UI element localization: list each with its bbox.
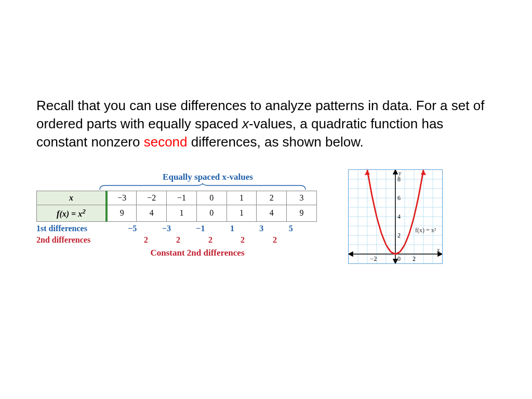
diff-val: −5 [128,224,137,233]
brace-graphic [99,183,307,191]
fx-cell: 1 [167,205,197,221]
first-diff-values: −5 −3 −1 1 3 5 [104,224,317,233]
svg-text:0: 0 [397,255,401,262]
para-t3: differences, as shown below. [188,134,364,150]
xy-table: x −3 −2 −1 0 1 2 3 f(x) = x2 9 4 1 0 1 4 [36,191,317,221]
diff-val: 2 [273,235,277,245]
first-diff-row: 1st differences −5 −3 −1 1 3 5 [36,224,317,233]
svg-marker-32 [421,170,426,175]
brace-label: Equally spaced x-values [99,172,317,182]
x-cell: 3 [287,191,317,205]
svg-text:y: y [398,169,402,177]
fx-cell: 9 [287,205,317,221]
constant-caption: Constant 2nd differences [78,248,317,258]
svg-text:8: 8 [397,176,401,183]
diff-val: −3 [162,224,171,233]
diff-val: 5 [289,224,293,233]
fx-cell: 0 [196,205,227,221]
svg-marker-21 [349,252,353,256]
diff-val: 2 [241,235,245,245]
x-cell: −3 [107,191,137,205]
svg-text:2: 2 [397,232,401,239]
svg-text:2: 2 [413,255,416,262]
x-cell: 1 [227,191,257,205]
svg-text:6: 6 [397,194,401,202]
x-cell: 2 [257,191,287,205]
diff-val: −1 [196,224,205,233]
svg-marker-31 [365,170,370,175]
svg-text:f(x) = x²: f(x) = x² [415,227,436,234]
second-diff-label: 2nd differences [36,235,104,245]
second-diff-values: 2 2 2 2 2 [104,235,317,245]
differences-table-block: Equally spaced x-values x −3 −2 −1 0 1 2… [36,172,317,258]
parabola-graph: −2 0 2 2 4 6 8 f(x) = x² x y [348,169,443,266]
diff-val: 3 [259,224,263,233]
fx-cell: 1 [227,205,257,221]
intro-paragraph: Recall that you can use differences to a… [36,97,496,151]
svg-marker-23 [393,259,397,263]
para-second: second [144,134,188,150]
svg-text:4: 4 [397,213,401,220]
fx-cell: 4 [137,205,167,221]
row-header-x: x [37,191,107,205]
first-diff-label: 1st differences [36,224,104,233]
para-x: x [242,116,249,131]
fx-cell: 9 [107,205,137,221]
row-header-fx: f(x) = x2 [37,205,107,221]
x-cell: −2 [137,191,167,205]
svg-marker-22 [393,170,397,174]
diff-val: 2 [208,235,212,245]
second-diff-row: 2nd differences 2 2 2 2 2 [36,235,317,245]
diff-val: 2 [176,235,180,245]
fx-cell: 4 [257,205,287,221]
x-cell: −1 [167,191,197,205]
svg-text:x: x [436,246,440,254]
diff-val: 2 [144,235,148,245]
svg-text:−2: −2 [370,255,377,262]
x-cell: 0 [196,191,227,205]
diff-val: 1 [230,224,234,233]
